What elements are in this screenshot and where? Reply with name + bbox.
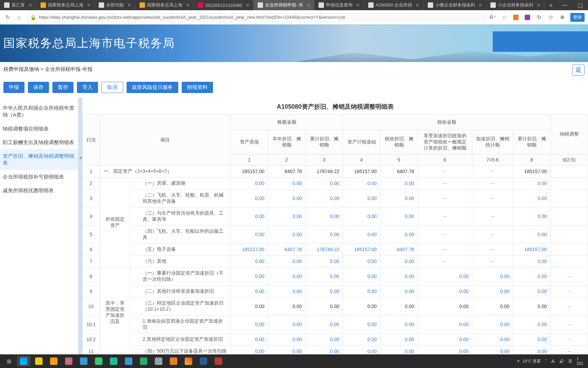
cell[interactable]: 185157.00: [513, 244, 551, 256]
sidebar-item-5[interactable]: 减免所得税优惠明细表: [0, 184, 78, 197]
tab-close-icon[interactable]: ✕: [186, 2, 190, 8]
cell[interactable]: 0.00: [268, 226, 306, 244]
browser-tab-5[interactable]: 企业所得税申报- 年✕: [254, 0, 314, 10]
cell[interactable]: 0.00: [268, 256, 306, 267]
stash-button[interactable]: 暂存: [52, 82, 74, 93]
cell[interactable]: 0.00: [418, 267, 472, 286]
home-button[interactable]: ⌂: [15, 13, 23, 21]
sync-icon[interactable]: ↻: [536, 14, 542, 21]
cell[interactable]: 0.00: [472, 316, 513, 334]
cell[interactable]: 0.00: [513, 208, 551, 226]
cell[interactable]: 185157.00: [231, 244, 268, 256]
weather-widget[interactable]: ☀18°C 薄雾: [517, 358, 541, 364]
cell[interactable]: 0.00: [380, 316, 418, 334]
sidebar-item-1[interactable]: 纳税调整项目明细表: [0, 122, 78, 136]
cell[interactable]: 0.00: [268, 189, 306, 208]
cell[interactable]: 6407.78: [268, 244, 306, 256]
cell[interactable]: 0.00: [268, 208, 306, 226]
refresh-button[interactable]: ↻: [3, 13, 12, 21]
cell[interactable]: 0.00: [380, 226, 418, 244]
cell[interactable]: 185157.00: [343, 244, 380, 256]
cell[interactable]: 178749.22: [306, 244, 343, 256]
task-folder[interactable]: [47, 356, 61, 367]
submit-button[interactable]: 申报: [3, 82, 24, 93]
cell[interactable]: 0.00: [306, 208, 343, 226]
cell[interactable]: 0.00: [306, 226, 343, 244]
cell[interactable]: 0.00: [231, 178, 268, 189]
cell[interactable]: 6407.78: [380, 244, 418, 256]
browser-tab-9[interactable]: 小企业财务报表利✕: [486, 0, 544, 10]
crumb-link-1[interactable]: 税费申报及缴纳: [3, 66, 39, 72]
save-button[interactable]: 保存: [28, 82, 49, 93]
task-app6[interactable]: [182, 356, 195, 367]
cell[interactable]: 0.00: [343, 178, 380, 189]
cell[interactable]: 0.00: [231, 316, 268, 334]
tray-clock[interactable]: 1202: [576, 356, 583, 366]
cell[interactable]: 0.00: [231, 334, 268, 346]
cell[interactable]: 0.00: [472, 286, 513, 297]
tray-ime[interactable]: 英: [568, 358, 572, 364]
browser-tab-2[interactable]: 全部功能✕: [95, 0, 135, 10]
cell[interactable]: 0.00: [513, 189, 551, 208]
task-explorer[interactable]: [32, 356, 46, 367]
cell[interactable]: 0.00: [343, 346, 380, 356]
cancel-button[interactable]: 取消: [101, 82, 123, 93]
cell[interactable]: 0.00: [231, 346, 268, 356]
cell[interactable]: 0.00: [231, 267, 268, 286]
cell[interactable]: 0.00: [513, 267, 551, 286]
cell[interactable]: 0.00: [343, 256, 380, 267]
cell[interactable]: 0.00: [268, 178, 306, 189]
cell[interactable]: 0.00: [343, 316, 380, 334]
browser-tab-7[interactable]: A200000 企业所得✕: [364, 0, 424, 10]
task-app4[interactable]: [122, 356, 135, 367]
window-maximize[interactable]: ▢: [573, 0, 588, 10]
browser-tab-6[interactable]: 申报信息查询✕: [314, 0, 364, 10]
cell[interactable]: 0.00: [513, 316, 551, 334]
login-button[interactable]: 登录: [570, 13, 585, 22]
cell[interactable]: 0.00: [380, 256, 418, 267]
cell[interactable]: 0.00: [343, 286, 380, 297]
new-tab-button[interactable]: ＋: [544, 1, 557, 9]
cell[interactable]: 0.00: [306, 346, 343, 356]
url-box[interactable]: 🔒 https://etax.shanghai.chinatax.gov.cn/…: [27, 13, 486, 22]
risk-button[interactable]: 政策风险提示服务: [127, 82, 178, 93]
cell[interactable]: 0.00: [418, 316, 472, 334]
tab-close-icon[interactable]: ✕: [246, 2, 250, 8]
tab-close-icon[interactable]: ✕: [127, 2, 131, 8]
tab-close-icon[interactable]: ✕: [537, 2, 541, 8]
sidebar-collapse-handle[interactable]: [78, 98, 82, 355]
cell[interactable]: 0.00: [343, 267, 380, 286]
task-app2[interactable]: [77, 356, 91, 367]
cell[interactable]: 0.00: [343, 189, 380, 208]
tab-close-icon[interactable]: ✕: [307, 2, 311, 8]
sidebar-item-2[interactable]: 职工薪酬支出及纳税调整明细表: [0, 136, 78, 149]
task-app3[interactable]: [107, 356, 120, 367]
browser-tab-8[interactable]: 小微企业财务报表利✕: [424, 0, 486, 10]
cell[interactable]: 0.00: [268, 267, 306, 286]
sidebar-item-3[interactable]: 资产折旧、摊销及纳税调整明细表: [0, 149, 78, 170]
tab-close-icon[interactable]: ✕: [356, 2, 360, 8]
cell[interactable]: 0.00: [306, 178, 343, 189]
cell[interactable]: 0.00: [380, 334, 418, 346]
collections-icon[interactable]: ⊕: [559, 14, 566, 21]
read-aloud-icon[interactable]: A⁺: [489, 14, 496, 21]
cell[interactable]: 0.00: [231, 208, 268, 226]
cell[interactable]: 0.00: [306, 316, 343, 334]
cell[interactable]: 0.00: [343, 334, 380, 346]
cell[interactable]: 0.00: [268, 286, 306, 297]
cell[interactable]: 0.00: [268, 334, 306, 346]
cell[interactable]: 0.00: [268, 346, 306, 356]
system-tray[interactable]: ☀18°C 薄雾 ˄ 🖧 🔊 英 1202: [517, 356, 586, 366]
cell[interactable]: 0.00: [231, 256, 268, 267]
task-edge[interactable]: [17, 356, 31, 367]
browser-tab-4[interactable]: 202205121318380✕: [194, 0, 254, 10]
cell[interactable]: 0.00: [418, 286, 472, 297]
sidebar-item-0[interactable]: 中华人民共和国企业所得税年度纳（A类）: [0, 101, 78, 122]
tray-volume-icon[interactable]: 🔊: [559, 359, 564, 364]
favorites-icon[interactable]: ✩: [547, 14, 554, 21]
tab-close-icon[interactable]: ✕: [87, 2, 91, 8]
task-word[interactable]: [197, 356, 210, 367]
cell[interactable]: 0.00: [306, 286, 343, 297]
cell[interactable]: 0.00: [513, 226, 551, 244]
browser-tab-3[interactable]: 国家税务总局上海✕: [135, 0, 194, 10]
